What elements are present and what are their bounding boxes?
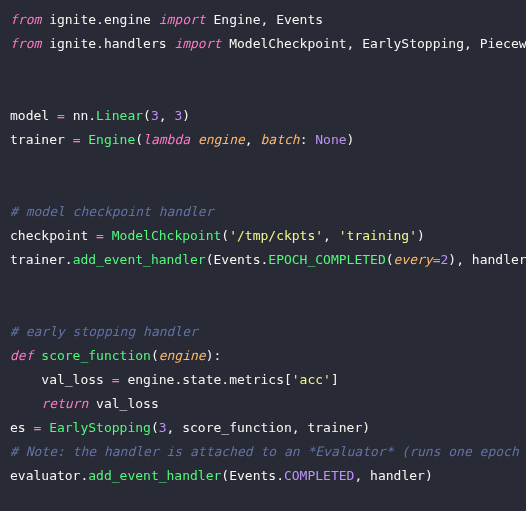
class-call: ModelChckpoint	[112, 228, 222, 243]
blank-line	[10, 60, 18, 75]
kwarg-name: every	[394, 252, 433, 267]
import-name: Engine	[214, 12, 261, 27]
import-name: Piecewi	[480, 36, 526, 51]
identifier: trainer	[10, 252, 65, 267]
identifier: handler	[370, 468, 425, 483]
blank-line	[10, 156, 18, 171]
comment: # early stopping handler	[10, 324, 198, 339]
code-line: trainer.add_event_handler(Events.EPOCH_C…	[10, 252, 526, 267]
function-name: score_function	[41, 348, 151, 363]
code-line: model = nn.Linear(3, 3)	[10, 108, 190, 123]
comment: # Note: the handler is attached to an *E…	[10, 444, 526, 459]
module-path: ignite.engine	[49, 12, 151, 27]
code-line: es = EarlyStopping(3, score_function, tr…	[10, 420, 370, 435]
identifier: model	[10, 108, 49, 123]
enum-attr: COMPLETED	[284, 468, 354, 483]
import-name: Events	[276, 12, 323, 27]
number: 3	[159, 420, 167, 435]
identifier: Events	[229, 468, 276, 483]
blank-line	[10, 84, 18, 99]
code-line: # Note: the handler is attached to an *E…	[10, 444, 526, 459]
enum-call: EPOCH_COMPLETED	[268, 252, 385, 267]
blank-line	[10, 276, 18, 291]
method-call: add_event_handler	[73, 252, 206, 267]
code-block: from ignite.engine import Engine, Events…	[0, 0, 526, 511]
function-call: Linear	[96, 108, 143, 123]
identifier: Events	[214, 252, 261, 267]
blank-line	[10, 180, 18, 195]
comment: # model checkpoint handler	[10, 204, 214, 219]
code-line: from ignite.engine import Engine, Events	[10, 12, 323, 27]
code-line: from ignite.handlers import ModelCheckpo…	[10, 36, 526, 51]
param: engine	[198, 132, 245, 147]
keyword-import: import	[159, 12, 206, 27]
keyword-from: from	[10, 36, 41, 51]
keyword-lambda: lambda	[143, 132, 190, 147]
const-none: None	[315, 132, 346, 147]
keyword-import: import	[174, 36, 221, 51]
identifier: trainer	[307, 420, 362, 435]
code-line: # model checkpoint handler	[10, 204, 214, 219]
identifier: engine.state.metrics	[127, 372, 284, 387]
identifier: val_loss	[41, 372, 104, 387]
param: engine	[159, 348, 206, 363]
string: 'acc'	[292, 372, 331, 387]
import-name: ModelCheckpoint	[229, 36, 346, 51]
blank-line	[10, 492, 18, 507]
code-line: trainer = Engine(lambda engine, batch: N…	[10, 132, 354, 147]
import-name: EarlyStopping	[362, 36, 464, 51]
identifier: score_function	[182, 420, 292, 435]
identifier: nn	[73, 108, 89, 123]
class-call: Engine	[88, 132, 135, 147]
keyword-def: def	[10, 348, 33, 363]
module-path: ignite.handlers	[49, 36, 166, 51]
keyword-return: return	[41, 396, 88, 411]
code-line: # early stopping handler	[10, 324, 198, 339]
string: '/tmp/ckpts'	[229, 228, 323, 243]
code-line: def score_function(engine):	[10, 348, 221, 363]
code-line: return val_loss	[10, 396, 159, 411]
number: 3	[151, 108, 159, 123]
identifier: evaluator	[10, 468, 80, 483]
method-call: add_event_handler	[88, 468, 221, 483]
identifier: val_loss	[96, 396, 159, 411]
identifier: es	[10, 420, 26, 435]
string: 'training'	[339, 228, 417, 243]
param: batch	[261, 132, 300, 147]
class-call: EarlyStopping	[49, 420, 151, 435]
code-line: checkpoint = ModelChckpoint('/tmp/ckpts'…	[10, 228, 425, 243]
identifier: handler	[472, 252, 526, 267]
blank-line	[10, 300, 18, 315]
keyword-from: from	[10, 12, 41, 27]
identifier: trainer	[10, 132, 65, 147]
code-line: val_loss = engine.state.metrics['acc']	[10, 372, 339, 387]
code-line: evaluator.add_event_handler(Events.COMPL…	[10, 468, 433, 483]
identifier: checkpoint	[10, 228, 88, 243]
